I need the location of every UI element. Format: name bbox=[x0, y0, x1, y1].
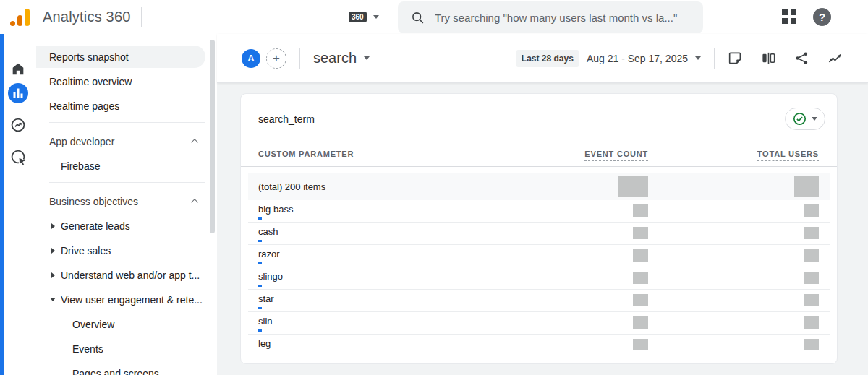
comparison-avatar[interactable]: A bbox=[242, 49, 260, 68]
table-header-row: CUSTOM PARAMETER EVENT COUNT TOTAL USERS bbox=[241, 141, 837, 167]
apps-grid-icon[interactable] bbox=[782, 9, 796, 24]
nav-item-realtime-pages[interactable]: Realtime pages bbox=[36, 95, 217, 117]
redacted-mini-bar bbox=[258, 262, 262, 264]
redacted-value bbox=[804, 227, 819, 239]
redacted-value bbox=[804, 204, 819, 217]
nav-item-drive-sales[interactable]: Drive sales bbox=[36, 239, 217, 262]
left-accent-strip bbox=[0, 34, 4, 375]
reports-icon[interactable] bbox=[8, 83, 28, 103]
expand-arrow-icon[interactable] bbox=[45, 223, 61, 229]
redacted-value bbox=[804, 294, 819, 306]
account-badge[interactable]: 360 bbox=[349, 12, 367, 22]
main-content: A + search Last 28 days Aug 21 - Sep 17,… bbox=[217, 34, 868, 375]
nav-item-events[interactable]: Events bbox=[36, 337, 217, 360]
search-input[interactable] bbox=[435, 12, 695, 24]
nav-item-firebase[interactable]: Firebase bbox=[36, 155, 217, 177]
share-icon[interactable] bbox=[794, 51, 809, 66]
redacted-value bbox=[804, 249, 819, 262]
table-body: big bass cash razor bbox=[248, 200, 830, 350]
nav-item-overview[interactable]: Overview bbox=[36, 313, 217, 335]
report-title-dropdown[interactable]: search bbox=[313, 50, 370, 66]
divider bbox=[141, 7, 142, 27]
divider bbox=[49, 122, 205, 123]
redacted-value bbox=[633, 227, 648, 239]
chevron-down-icon bbox=[695, 56, 701, 60]
analytics-logo-icon bbox=[10, 8, 30, 26]
collapse-arrow-icon[interactable] bbox=[45, 298, 61, 301]
nav-item-understand-traffic[interactable]: Understand web and/or app t... bbox=[36, 264, 217, 286]
advertising-icon[interactable] bbox=[9, 148, 28, 170]
table-row[interactable]: star bbox=[248, 290, 830, 312]
table-row[interactable]: razor bbox=[248, 245, 830, 267]
note-icon[interactable] bbox=[728, 51, 743, 66]
redacted-value bbox=[804, 272, 819, 284]
redacted-value bbox=[633, 339, 648, 350]
explore-icon[interactable] bbox=[9, 116, 27, 137]
nav-section-business-objectives[interactable]: Business objectives bbox=[36, 190, 217, 212]
analytics-app: Analytics 360 360 ? bbox=[0, 0, 868, 375]
redacted-value bbox=[804, 339, 819, 350]
table-total-row: (total) 200 items bbox=[248, 173, 830, 200]
chevron-up-icon bbox=[191, 139, 198, 146]
redacted-mini-bar bbox=[258, 329, 262, 332]
redacted-value bbox=[804, 316, 819, 329]
divider bbox=[49, 182, 205, 183]
report-header: A + search Last 28 days Aug 21 - Sep 17,… bbox=[217, 34, 868, 83]
comparison-icon[interactable] bbox=[761, 51, 776, 66]
redacted-mini-bar bbox=[258, 240, 262, 242]
table-row[interactable]: slingo bbox=[248, 267, 830, 290]
home-icon[interactable] bbox=[10, 61, 26, 80]
redacted-mini-bar bbox=[258, 307, 262, 309]
nav-item-pages-and-screens[interactable]: Pages and screens bbox=[36, 362, 217, 375]
account-chevron-down-icon[interactable] bbox=[373, 15, 379, 19]
search-icon bbox=[411, 11, 425, 25]
chevron-down-icon bbox=[812, 117, 817, 121]
chevron-up-icon bbox=[191, 199, 198, 206]
expand-arrow-icon[interactable] bbox=[45, 272, 61, 278]
redacted-mini-bar bbox=[258, 217, 262, 220]
redacted-value bbox=[633, 294, 648, 306]
nav-item-generate-leads[interactable]: Generate leads bbox=[36, 215, 217, 237]
data-quality-button[interactable] bbox=[785, 108, 825, 130]
table-row[interactable]: big bass bbox=[248, 200, 830, 223]
search-term-card: search_term CUSTOM PARAMETER EVENT COUNT bbox=[240, 93, 838, 364]
redacted-value bbox=[794, 176, 819, 197]
nav-scrollbar[interactable] bbox=[210, 40, 215, 233]
redacted-mini-bar bbox=[258, 285, 262, 287]
expand-arrow-icon[interactable] bbox=[45, 248, 61, 254]
top-app-bar: Analytics 360 360 ? bbox=[0, 0, 868, 34]
divider bbox=[299, 48, 300, 69]
product-name: Analytics 360 bbox=[43, 9, 131, 25]
table-row[interactable]: leg bbox=[248, 335, 830, 350]
table-row[interactable]: slin bbox=[248, 312, 830, 335]
redacted-value bbox=[633, 204, 648, 217]
help-icon[interactable]: ? bbox=[813, 8, 831, 26]
column-custom-parameter: CUSTOM PARAMETER bbox=[258, 150, 354, 158]
date-range-picker[interactable]: Aug 21 - Sep 17, 2025 bbox=[587, 53, 701, 64]
report-nav-panel: Reports snapshot Realtime overview Realt… bbox=[36, 34, 217, 375]
content-area: search_term CUSTOM PARAMETER EVENT COUNT bbox=[217, 83, 868, 375]
redacted-value bbox=[633, 272, 648, 284]
redacted-value bbox=[633, 249, 648, 262]
global-search-bar[interactable] bbox=[398, 1, 703, 33]
table-row[interactable]: cash bbox=[248, 223, 830, 245]
page-title: search bbox=[313, 50, 357, 66]
add-comparison-button[interactable]: + bbox=[266, 48, 286, 69]
divider bbox=[714, 48, 715, 69]
icon-rail bbox=[0, 34, 36, 375]
column-event-count[interactable]: EVENT COUNT bbox=[584, 150, 648, 161]
insights-icon[interactable] bbox=[827, 51, 843, 66]
check-circle-icon bbox=[793, 112, 807, 126]
redacted-value bbox=[633, 316, 648, 329]
card-title: search_term bbox=[258, 113, 315, 125]
chevron-down-icon bbox=[364, 56, 370, 60]
nav-section-app-developer[interactable]: App developer bbox=[36, 130, 217, 152]
date-preset-chip: Last 28 days bbox=[516, 50, 579, 67]
nav-item-realtime-overview[interactable]: Realtime overview bbox=[36, 70, 217, 92]
nav-item-reports-snapshot[interactable]: Reports snapshot bbox=[36, 46, 205, 68]
redacted-value bbox=[618, 176, 648, 197]
column-total-users[interactable]: TOTAL USERS bbox=[757, 150, 819, 161]
nav-item-view-user-engagement[interactable]: View user engagement & rete... bbox=[36, 288, 217, 311]
logo[interactable]: Analytics 360 bbox=[10, 7, 142, 27]
total-label: (total) 200 items bbox=[258, 181, 518, 192]
